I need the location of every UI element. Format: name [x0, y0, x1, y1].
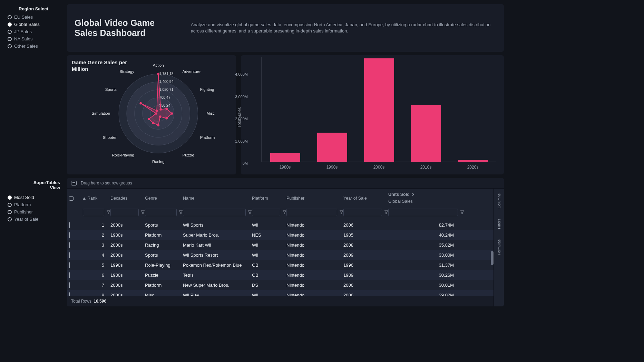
radar-category-label: Shooter [103, 135, 117, 140]
region-option-jp-sales[interactable]: JP Sales [7, 28, 60, 35]
col-year-of-sale[interactable]: Year of Sale [343, 196, 388, 201]
cell-decades: 1980s [110, 232, 145, 238]
radio-label: Global Sales [14, 22, 40, 27]
supertable-panel: Drag here to set row groups RankDecadesG… [67, 178, 504, 306]
cell-platform: GB [252, 263, 286, 268]
cell-rank: 8 [83, 293, 110, 296]
cell-year: 1989 [343, 273, 388, 278]
column-filter-input[interactable] [110, 209, 139, 216]
row-checkbox[interactable] [69, 232, 70, 238]
row-checkbox[interactable] [69, 282, 70, 288]
filter-icon[interactable] [339, 210, 343, 215]
cell-name: Pokemon Red/Pokemon Blue [183, 263, 252, 268]
region-option-global-sales[interactable]: Global Sales [7, 21, 60, 28]
row-checkbox[interactable] [69, 222, 70, 228]
col-units-sold[interactable]: Units SoldGlobal Sales [388, 192, 464, 204]
cell-rank: 3 [83, 242, 110, 248]
column-filter-input[interactable] [183, 209, 246, 216]
filter-icon[interactable] [384, 210, 388, 215]
side-tab-columns[interactable]: Columns [497, 193, 501, 208]
select-all-checkbox[interactable] [69, 196, 74, 201]
col-platform[interactable]: Platform [252, 196, 286, 201]
cell-rank: 1 [83, 222, 110, 228]
side-tab-filters[interactable]: Filters [497, 219, 501, 229]
table-scrollbar-thumb[interactable] [491, 251, 494, 265]
bar-xlabel: 2010s [420, 165, 432, 170]
table-row[interactable]: 51990sRole-PlayingPokemon Red/Pokemon Bl… [67, 260, 494, 270]
supertable-option-year-of-sale[interactable]: Year of Sale [7, 216, 60, 223]
cell-name: Super Mario Bros. [183, 232, 252, 238]
cell-global-sales: 82.74M [388, 222, 464, 228]
row-group-hint: Drag here to set row groups [81, 181, 132, 185]
col-name[interactable]: Name [183, 196, 252, 201]
column-filter-input[interactable] [343, 209, 382, 216]
table-row[interactable]: 12000sSportsWii SportsWiiNintendo200682.… [67, 220, 494, 230]
bar-xlabel: 2020s [467, 165, 479, 170]
table-body: 12000sSportsWii SportsWiiNintendo200682.… [67, 220, 494, 296]
side-tab-formulas[interactable]: Formulas [497, 239, 501, 255]
table-row[interactable]: 82000sMiscWii PlayWiiNintendo200629.02M [67, 290, 494, 296]
col-genre[interactable]: Genre [145, 196, 183, 201]
bar-2010s[interactable] [411, 105, 441, 162]
col-rank[interactable]: Rank [83, 196, 110, 201]
row-group-dropzone[interactable]: Drag here to set row groups [67, 178, 504, 189]
supertable-option-most-sold[interactable]: Most Sold [7, 194, 60, 201]
cell-year: 2009 [343, 253, 388, 258]
radar-category-label: Action [153, 63, 164, 67]
cell-rank: 5 [83, 263, 110, 268]
col-publisher[interactable]: Publisher [286, 196, 343, 201]
row-checkbox[interactable] [69, 272, 70, 278]
cell-global-sales: 31.37M [388, 263, 464, 268]
table-row[interactable]: 21980sPlatformSuper Mario Bros.NESNinten… [67, 230, 494, 240]
column-filter-input[interactable] [145, 209, 177, 216]
row-checkbox[interactable] [69, 242, 70, 248]
table-row[interactable]: 72000sPlatformNew Super Mario Bros.DSNin… [67, 280, 494, 290]
cell-global-sales: 30.01M [388, 283, 464, 288]
bar-ytick: 3,000M [235, 95, 248, 99]
cell-publisher: Nintendo [286, 273, 343, 278]
cell-genre: Racing [145, 242, 183, 248]
bar-2020s[interactable] [458, 160, 488, 162]
radar-tick-label: 1,751.18 [159, 72, 174, 76]
radar-point [157, 124, 159, 126]
filter-icon[interactable] [460, 210, 464, 215]
table-row[interactable]: 61980sPuzzleTetrisGBNintendo198930.26M [67, 270, 494, 280]
bar-1990s[interactable] [317, 133, 347, 162]
supertable-option-platform[interactable]: Platform [7, 201, 60, 208]
cell-genre: Sports [145, 253, 183, 258]
region-option-na-sales[interactable]: NA Sales [7, 35, 60, 42]
col-label: Units Sold [388, 192, 410, 197]
region-option-eu-sales[interactable]: EU Sales [7, 13, 60, 21]
column-filter-input[interactable] [286, 209, 337, 216]
radio-label: Platform [14, 202, 31, 207]
table-row[interactable]: 32000sRacingMario Kart WiiWiiNintendo200… [67, 240, 494, 250]
table-row[interactable]: 42000sSportsWii Sports ResortWiiNintendo… [67, 250, 494, 260]
filter-icon[interactable] [282, 210, 286, 215]
filter-icon[interactable] [106, 210, 110, 215]
col-decades[interactable]: Decades [110, 196, 145, 201]
column-filter-input[interactable] [388, 209, 458, 216]
col-label: Publisher [286, 196, 304, 201]
footer-value: 16,596 [94, 299, 106, 304]
row-checkbox[interactable] [69, 262, 70, 268]
cell-decades: 2000s [110, 293, 145, 296]
radio-icon [8, 37, 12, 41]
radio-label: EU Sales [14, 15, 33, 20]
radio-icon [8, 210, 12, 214]
bar-ytick: 1,000M [235, 139, 248, 143]
row-checkbox[interactable] [69, 252, 70, 258]
column-filter-input[interactable] [252, 209, 280, 216]
side-tab-label: Formulas [497, 239, 501, 255]
filter-icon[interactable] [248, 210, 252, 215]
column-filter-input[interactable] [83, 209, 104, 216]
filter-icon[interactable] [179, 210, 183, 215]
radar-point [165, 117, 168, 120]
row-checkbox[interactable] [69, 292, 70, 296]
radar-point [171, 112, 173, 115]
radio-icon [8, 203, 12, 207]
supertable-option-publisher[interactable]: Publisher [7, 208, 60, 216]
filter-icon[interactable] [141, 210, 145, 215]
bar-1980s[interactable] [270, 153, 300, 162]
region-option-other-sales[interactable]: Other Sales [7, 42, 60, 50]
bar-2000s[interactable] [364, 58, 394, 162]
